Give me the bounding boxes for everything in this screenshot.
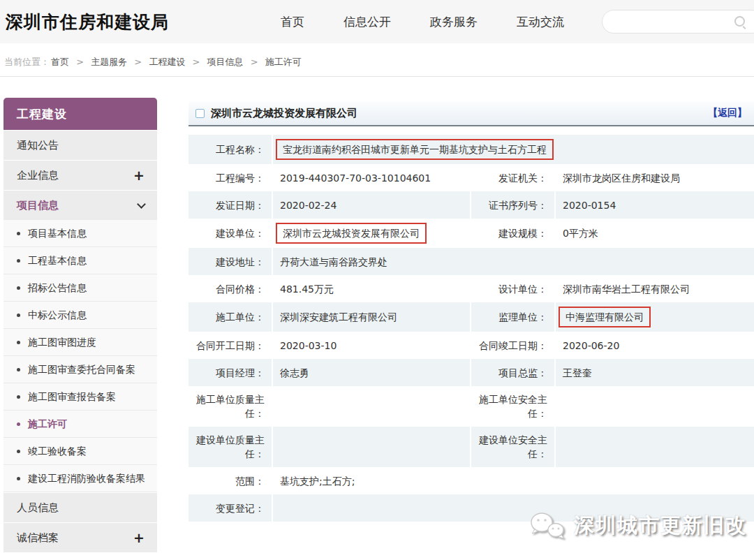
table-row: 合同价格：481.45万元设计单位：深圳市南华岩土工程有限公司 — [188, 275, 754, 302]
field-label: 工程名称： — [188, 135, 273, 164]
field-label: 合同开工日期： — [188, 332, 273, 359]
search-box[interactable] — [602, 10, 754, 34]
sidebar-subitem[interactable]: 建设工程消防验收备案结果 — [3, 465, 157, 492]
field-value: 2020-02-24 — [273, 191, 471, 219]
field-label: 变更登记： — [188, 494, 273, 522]
main-content: 深圳市云龙城投资发展有限公司 【返回】 工程名称：宝龙街道南约积谷田城市更新单元… — [188, 101, 754, 522]
field-label: 设计单位： — [471, 275, 556, 302]
plus-icon[interactable]: + — [133, 523, 145, 552]
table-row: 建设单位质量主 任：建设单位安全主 任： — [188, 427, 754, 467]
search-input[interactable] — [612, 10, 738, 31]
chevron-down-icon[interactable] — [137, 200, 146, 209]
field-value — [556, 427, 754, 467]
sidebar-item-label: 人员信息 — [17, 501, 59, 514]
back-button[interactable]: 【返回】 — [708, 107, 747, 119]
breadcrumb-prefix: 当前位置： — [4, 57, 50, 67]
sidebar-subitem[interactable]: 施工许可 — [3, 411, 157, 438]
breadcrumb-item-theme-services[interactable]: 主题服务 — [91, 57, 127, 67]
field-value: 王登奎 — [556, 359, 754, 386]
field-value: 深圳市云龙城投资发展有限公司 — [273, 219, 471, 248]
table-row: 合同开工日期：2020-03-10合同竣工日期：2020-06-20 — [188, 332, 754, 359]
field-value — [273, 386, 471, 427]
nav-item-interaction[interactable]: 互动交流 — [517, 14, 564, 30]
breadcrumb-bar: 当前位置：首页 > 主题服务 > 工程建设 > 项目信息 > 施工许可 — [0, 43, 754, 77]
table-row: 变更登记： — [188, 494, 754, 522]
sidebar-subitem[interactable]: 施工图审查委托合同备案 — [3, 356, 157, 383]
sidebar-item-label: 企业信息 — [17, 169, 59, 182]
top-nav: 首页 信息公开 政务服务 互动交流 — [281, 14, 564, 30]
field-value: 2020-0154 — [556, 191, 754, 219]
sidebar-item-label: 诚信档案 — [17, 531, 59, 544]
breadcrumb-item-construction-permit[interactable]: 施工许可 — [265, 57, 302, 67]
breadcrumb-separator: > — [193, 57, 200, 67]
nav-item-gov-services[interactable]: 政务服务 — [430, 14, 478, 30]
breadcrumb-item-home[interactable]: 首页 — [51, 57, 69, 67]
sidebar-item[interactable]: 诚信档案+ — [3, 523, 157, 552]
sidebar-item[interactable]: 通知公告 — [3, 131, 157, 160]
sidebar-subitem[interactable]: 项目基本信息 — [3, 220, 157, 247]
field-label: 合同竣工日期： — [471, 332, 556, 359]
field-label: 工程编号： — [188, 164, 273, 191]
company-title: 深圳市云龙城投资发展有限公司 — [211, 107, 357, 120]
search-icon[interactable] — [734, 16, 745, 27]
field-label: 建设规模： — [471, 219, 556, 248]
field-label: 建设单位质量主 任： — [188, 427, 273, 467]
breadcrumb-item-construction[interactable]: 工程建设 — [149, 57, 185, 67]
field-value: 深圳市南华岩土工程有限公司 — [556, 275, 754, 302]
field-value: 2020-03-10 — [273, 332, 471, 359]
sidebar-subitem[interactable]: 中标公示信息 — [3, 302, 157, 329]
sidebar-item-label: 通知公告 — [17, 139, 59, 152]
table-row: 建设单位：深圳市云龙城投资发展有限公司建设规模：0平方米 — [188, 219, 754, 248]
site-logo: 深圳市住房和建设局 — [6, 10, 169, 34]
sidebar-header: 工程建设 — [3, 98, 157, 130]
red-highlight-box: 中海监理有限公司 — [559, 307, 651, 327]
breadcrumb-item-project-info[interactable]: 项目信息 — [207, 57, 244, 67]
breadcrumb-separator: > — [76, 57, 84, 67]
detail-title-bar: 深圳市云龙城投资发展有限公司 【返回】 — [188, 101, 754, 126]
table-row: 建设地址：丹荷大道与南谷路交界处 — [188, 248, 754, 275]
sidebar-item[interactable]: 企业信息+ — [3, 161, 157, 190]
field-label: 范围： — [188, 467, 273, 494]
field-label: 建设单位： — [188, 219, 273, 248]
field-label: 施工单位： — [188, 302, 273, 332]
sidebar-subitem[interactable]: 招标公告信息 — [3, 274, 157, 302]
field-label: 项目总监： — [471, 359, 556, 386]
top-header: 深圳市住房和建设局 首页 信息公开 政务服务 互动交流 — [0, 0, 754, 43]
field-value: 宝龙街道南约积谷田城市更新单元一期基坑支护与土石方工程 — [273, 135, 754, 164]
table-row: 范围：基坑支护;土石方; — [188, 467, 754, 494]
breadcrumb: 当前位置：首页 > 主题服务 > 工程建设 > 项目信息 > 施工许可 — [4, 56, 303, 68]
field-value: 丹荷大道与南谷路交界处 — [273, 248, 754, 275]
table-row: 工程编号：2019-440307-70-03-10104601发证机关：深圳市龙… — [188, 164, 754, 191]
field-label: 证书序列号： — [471, 191, 556, 219]
field-label: 建设地址： — [188, 248, 273, 275]
sidebar-subitem[interactable]: 竣工验收备案 — [3, 438, 157, 465]
nav-item-info-disclosure[interactable]: 信息公开 — [343, 14, 391, 30]
field-label: 发证机关： — [471, 164, 556, 191]
breadcrumb-separator: > — [251, 57, 258, 67]
nav-item-home[interactable]: 首页 — [281, 14, 304, 30]
field-label: 发证日期： — [188, 191, 273, 219]
sidebar-item[interactable]: 项目信息 — [3, 191, 157, 220]
table-row: 施工单位质量主 任：施工单位安全主 任： — [188, 386, 754, 427]
field-label: 项目经理： — [188, 359, 273, 386]
sidebar-item[interactable]: 人员信息 — [3, 493, 157, 522]
field-value: 2019-440307-70-03-10104601 — [273, 164, 471, 191]
field-value — [556, 386, 754, 427]
sidebar: 工程建设 通知公告企业信息+项目信息项目基本信息工程基本信息招标公告信息中标公示… — [3, 98, 157, 552]
field-value: 0平方米 — [556, 219, 754, 248]
field-value: 深圳深安建筑工程有限公司 — [273, 302, 471, 332]
red-highlight-box: 深圳市云龙城投资发展有限公司 — [276, 223, 427, 244]
plus-icon[interactable]: + — [133, 161, 145, 190]
field-label: 监理单位： — [471, 302, 556, 332]
field-label: 施工单位安全主 任： — [471, 386, 556, 427]
sidebar-subitem[interactable]: 施工图审图进度 — [3, 329, 157, 356]
table-row: 项目经理：徐志勇项目总监：王登奎 — [188, 359, 754, 386]
sidebar-subitem[interactable]: 工程基本信息 — [3, 247, 157, 274]
field-value — [273, 494, 754, 522]
table-row: 发证日期：2020-02-24证书序列号：2020-0154 — [188, 191, 754, 219]
field-value: 2020-06-20 — [556, 332, 754, 359]
field-value: 徐志勇 — [273, 359, 471, 386]
field-value: 481.45万元 — [273, 275, 471, 302]
red-highlight-box: 宝龙街道南约积谷田城市更新单元一期基坑支护与土石方工程 — [276, 139, 554, 160]
sidebar-subitem[interactable]: 施工图审查报告备案 — [3, 383, 157, 411]
